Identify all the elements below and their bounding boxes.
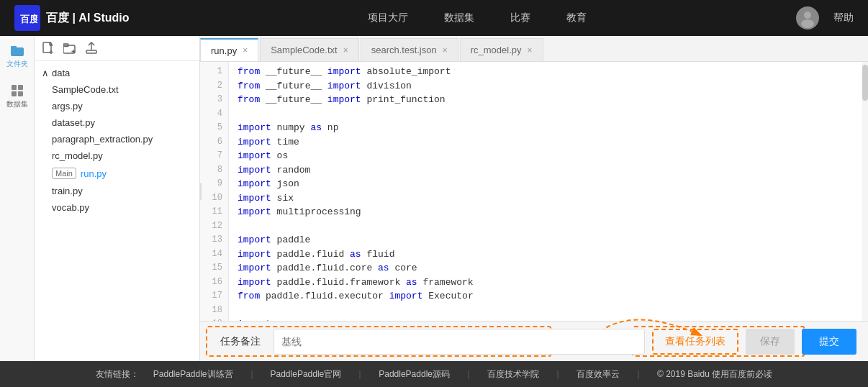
footer-link-paddle-camp[interactable]: PaddlePaddle训练营 bbox=[153, 368, 233, 381]
files-label: 文件夹 bbox=[6, 59, 28, 69]
file-item[interactable]: train.py bbox=[35, 183, 199, 199]
svg-rect-20 bbox=[86, 50, 96, 53]
upload-button[interactable] bbox=[85, 42, 98, 55]
main-area: 文件夹 数据集 ∧ data Sa bbox=[0, 36, 868, 361]
code-editor[interactable]: ◂ 12345 678910 1112131415 1617181920 212… bbox=[200, 62, 868, 321]
file-item[interactable]: args.py bbox=[35, 98, 199, 114]
editor-area: run.py × SampleCode.txt × search.test.js… bbox=[200, 36, 868, 361]
task-note-label: 任务备注 bbox=[212, 335, 266, 348]
nav-item-project[interactable]: 项目大厅 bbox=[368, 12, 408, 24]
logo: 百度 百度 | AI Studio bbox=[14, 5, 130, 31]
file-item[interactable]: dataset.py bbox=[35, 114, 199, 131]
submit-button[interactable]: 提交 bbox=[802, 329, 856, 355]
file-explorer: ∧ data SampleCode.txt args.py dataset.py… bbox=[35, 36, 200, 361]
scroll-thumb bbox=[862, 65, 868, 101]
svg-rect-7 bbox=[18, 85, 23, 90]
baseline-input[interactable] bbox=[273, 329, 645, 355]
footer-link-baidu-efficiency[interactable]: 百度效率云 bbox=[577, 368, 620, 381]
avatar[interactable] bbox=[796, 6, 819, 29]
grid-icon bbox=[10, 83, 24, 98]
svg-rect-8 bbox=[12, 91, 17, 96]
tab-close-icon[interactable]: × bbox=[343, 46, 348, 55]
code-line: import time bbox=[238, 135, 862, 150]
folder-data[interactable]: ∧ data bbox=[35, 65, 199, 81]
help-link[interactable]: 帮助 bbox=[833, 12, 854, 24]
editor-tabs: run.py × SampleCode.txt × search.test.js… bbox=[200, 36, 868, 62]
collapse-arrow[interactable]: ◂ bbox=[200, 183, 202, 200]
tab-close-icon[interactable]: × bbox=[243, 46, 248, 55]
svg-rect-5 bbox=[11, 46, 17, 49]
svg-rect-9 bbox=[18, 91, 23, 96]
tab-search-json[interactable]: search.test.json × bbox=[361, 38, 458, 61]
logo-text: 百度 | AI Studio bbox=[46, 11, 130, 26]
code-lines: from __future__ import absolute_import f… bbox=[229, 62, 862, 321]
sidebar-icons: 文件夹 数据集 bbox=[0, 36, 35, 361]
tab-samplecode[interactable]: SampleCode.txt × bbox=[260, 38, 359, 61]
dataset-label: 数据集 bbox=[6, 99, 28, 109]
chevron-down-icon: ∧ bbox=[42, 68, 49, 78]
code-line bbox=[238, 304, 862, 318]
sidebar-item-files[interactable]: 文件夹 bbox=[6, 43, 28, 69]
nav-item-dataset[interactable]: 数据集 bbox=[444, 12, 474, 24]
code-line: from paddle.fluid.executor import Execut… bbox=[238, 289, 862, 304]
header: 百度 百度 | AI Studio 项目大厅 数据集 比赛 教育 帮助 bbox=[0, 0, 868, 36]
code-line: import paddle.fluid.framework as framewo… bbox=[238, 276, 862, 290]
code-line: import paddle bbox=[238, 233, 862, 247]
footer-link-paddle-source[interactable]: PaddlePaddle源码 bbox=[379, 368, 450, 381]
code-line: import json bbox=[238, 177, 862, 191]
footer-copyright: © 2019 Baidu 使用百度前必读 bbox=[657, 368, 772, 381]
file-toolbar bbox=[35, 36, 199, 61]
tab-rc-model[interactable]: rc_model.py × bbox=[460, 38, 543, 61]
save-button[interactable]: 保存 bbox=[746, 329, 795, 355]
view-tasks-button[interactable]: 查看任务列表 bbox=[652, 329, 738, 355]
file-item[interactable]: vocab.py bbox=[35, 199, 199, 216]
svg-point-3 bbox=[801, 19, 814, 28]
footer-link-paddle-official[interactable]: PaddlePaddle官网 bbox=[271, 368, 342, 381]
code-line: import multiprocessing bbox=[238, 205, 862, 219]
main-badge: Main bbox=[52, 168, 76, 179]
file-item[interactable]: SampleCode.txt bbox=[35, 81, 199, 98]
code-line: import os bbox=[238, 149, 862, 163]
code-line: import paddle.fluid.core as core bbox=[238, 261, 862, 276]
footer-prefix: 友情链接： bbox=[96, 368, 139, 381]
footer: 友情链接： PaddlePaddle训练营 ｜ PaddlePaddle官网 ｜… bbox=[0, 361, 868, 387]
new-file-button[interactable] bbox=[42, 42, 55, 55]
code-line: from __future__ import print_function bbox=[238, 93, 862, 107]
header-nav: 项目大厅 数据集 比赛 教育 bbox=[158, 12, 796, 24]
nav-item-education[interactable]: 教育 bbox=[566, 12, 587, 24]
baidu-icon: 百度 bbox=[14, 5, 40, 31]
code-line bbox=[238, 107, 862, 122]
file-item[interactable]: rc_model.py bbox=[35, 147, 199, 164]
code-line: import numpy as np bbox=[238, 121, 862, 135]
file-item[interactable]: paragraph_extraction.py bbox=[35, 131, 199, 147]
tab-close-icon[interactable]: × bbox=[443, 46, 448, 55]
code-line: import six bbox=[238, 191, 862, 206]
svg-point-2 bbox=[804, 12, 811, 19]
new-folder-button[interactable] bbox=[63, 42, 76, 54]
code-line: from __future__ import absolute_import bbox=[238, 65, 862, 79]
code-line: from __future__ import division bbox=[238, 79, 862, 94]
sidebar-item-dataset[interactable]: 数据集 bbox=[6, 83, 28, 109]
folder-icon bbox=[10, 43, 24, 58]
code-line bbox=[238, 219, 862, 234]
svg-text:百度: 百度 bbox=[20, 14, 37, 24]
line-numbers: 12345 678910 1112131415 1617181920 21222… bbox=[200, 62, 229, 321]
code-line: import random bbox=[238, 163, 862, 178]
vertical-scrollbar[interactable] bbox=[862, 62, 868, 321]
active-filename: run.py bbox=[81, 168, 107, 179]
tab-close-icon[interactable]: × bbox=[528, 46, 533, 55]
file-item-main[interactable]: Main run.py bbox=[35, 164, 199, 183]
header-right: 帮助 bbox=[796, 6, 854, 29]
bottom-toolbar: 任务备注 查看任务列表 保存 提交 bbox=[200, 321, 868, 361]
svg-rect-6 bbox=[12, 85, 17, 90]
tab-run-py[interactable]: run.py × bbox=[200, 38, 258, 61]
footer-link-baidu-ai[interactable]: 百度技术学院 bbox=[487, 368, 539, 381]
file-list: ∧ data SampleCode.txt args.py dataset.py… bbox=[35, 61, 199, 361]
nav-item-competition[interactable]: 比赛 bbox=[510, 12, 530, 24]
code-content: 12345 678910 1112131415 1617181920 21222… bbox=[200, 62, 868, 321]
code-line: import paddle.fluid as fluid bbox=[238, 247, 862, 262]
